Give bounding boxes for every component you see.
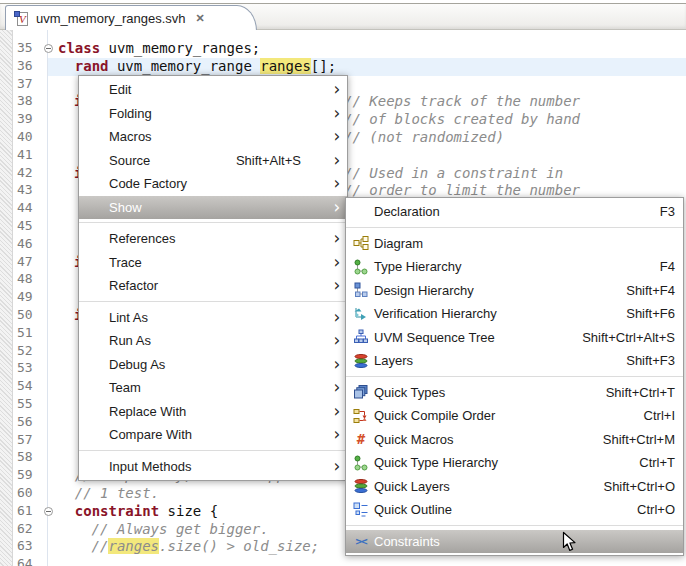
keyword: rand (75, 58, 109, 74)
line-number: 53 (17, 360, 45, 378)
menu-item-label: Design Hierarchy (374, 283, 474, 298)
menu-item-macros[interactable]: Macros› (79, 125, 347, 149)
quick-outline-icon (353, 502, 369, 518)
submenu-item-type-hierarchy[interactable]: Type HierarchyF4 (346, 255, 683, 279)
line-number: 39 (17, 111, 45, 129)
menu-item-debug-as[interactable]: Debug As› (79, 353, 347, 377)
gutter-divider (47, 30, 48, 566)
code-text: []; (311, 58, 336, 74)
submenu-arrow-icon: › (327, 152, 347, 169)
menu-item-edit[interactable]: Edit› (79, 78, 347, 102)
submenu-item-quick-compile-order[interactable]: Quick Compile OrderCtrl+I (346, 404, 683, 428)
menu-item-references[interactable]: References› (79, 227, 347, 251)
menu-item-replace-with[interactable]: Replace With› (79, 400, 347, 424)
menu-item-accelerator: Shift+Ctrl+M (603, 432, 675, 447)
menu-item-accelerator: Shift+F4 (626, 283, 675, 298)
menu-item-compare-with[interactable]: Compare With› (79, 423, 347, 447)
submenu-arrow-icon: › (327, 199, 347, 216)
submenu-arrow-icon: › (327, 332, 347, 349)
line-number: 51 (17, 325, 45, 343)
menu-item-label: References (109, 231, 175, 246)
menu-item-label: Quick Type Hierarchy (374, 455, 498, 470)
comment-line-39[interactable]: // of blocks created by hand (344, 111, 580, 129)
menu-item-label: Source (109, 153, 150, 168)
menu-item-label: Layers (374, 353, 413, 368)
menu-item-source[interactable]: SourceShift+Alt+S› (79, 149, 347, 173)
line-number: 55 (17, 396, 45, 414)
comment-line-40[interactable]: // (not randomized) (344, 129, 504, 147)
context-menu: Edit› Folding› Macros› SourceShift+Alt+S… (78, 75, 348, 481)
verification-hierarchy-icon (353, 306, 369, 322)
menu-item-label: Quick Outline (374, 502, 452, 517)
keyword: constraint (75, 503, 159, 519)
code-line-36[interactable]: rand uvm_memory_range ranges[]; (58, 58, 336, 76)
code-line-63[interactable]: //ranges.size() > old_size; (58, 538, 319, 556)
submenu-arrow-icon: › (327, 81, 347, 98)
menu-item-label: Trace (109, 255, 142, 270)
submenu-item-diagram[interactable]: Diagram (346, 232, 683, 256)
uvm-sequence-tree-icon (353, 329, 369, 345)
line-number: 57 (17, 432, 45, 450)
code-line-60[interactable]: // 1 test. (58, 485, 159, 503)
submenu-item-declaration[interactable]: DeclarationF3 (346, 200, 683, 224)
code-line-35[interactable]: class uvm_memory_ranges; (58, 40, 260, 58)
submenu-item-quick-layers[interactable]: Quick LayersShift+Ctrl+O (346, 475, 683, 499)
submenu-item-verification-hierarchy[interactable]: Verification HierarchyShift+F6 (346, 302, 683, 326)
menu-item-label: Compare With (109, 427, 192, 442)
editor-tab-bar: V uvm_memory_ranges.svh ✕ (0, 0, 686, 30)
editor-tab[interactable]: V uvm_memory_ranges.svh ✕ (5, 5, 257, 31)
line-number: 48 (17, 271, 45, 289)
menu-item-run-as[interactable]: Run As› (79, 329, 347, 353)
code-line-61[interactable]: constraint size { (58, 503, 218, 521)
submenu-arrow-icon: › (327, 426, 347, 443)
fold-marker[interactable] (44, 44, 53, 53)
comment-line-38[interactable]: // Keeps track of the number (344, 93, 580, 111)
menu-item-refactor[interactable]: Refactor› (79, 274, 347, 298)
keyword: class (58, 40, 100, 56)
code-text: size { (159, 503, 218, 519)
line-number: 38 (17, 93, 45, 111)
menu-item-accelerator: Ctrl+O (637, 502, 675, 517)
design-hierarchy-icon (353, 282, 369, 298)
submenu-item-quick-macros[interactable]: # Quick MacrosShift+Ctrl+M (346, 428, 683, 452)
menu-item-code-factory[interactable]: Code Factory› (79, 172, 347, 196)
code-line-62[interactable]: // Always get bigger. (58, 521, 269, 539)
menu-item-trace[interactable]: Trace› (79, 251, 347, 275)
menu-item-show[interactable]: Show› (79, 196, 347, 220)
line-number: 63 (17, 538, 45, 556)
menu-item-team[interactable]: Team› (79, 376, 347, 400)
submenu-item-uvm-sequence-tree[interactable]: UVM Sequence TreeShift+Ctrl+Alt+S (346, 326, 683, 350)
menu-item-label: Diagram (374, 236, 423, 251)
submenu-item-design-hierarchy[interactable]: Design HierarchyShift+F4 (346, 279, 683, 303)
submenu-arrow-icon: › (327, 356, 347, 373)
submenu-item-constraints[interactable]: >< Constraints (346, 530, 683, 554)
menu-item-label: Debug As (109, 357, 165, 372)
line-number: 60 (17, 485, 45, 503)
comment-text: .size() > old_size; (159, 538, 319, 554)
submenu-item-quick-type-hierarchy[interactable]: Quick Type HierarchyCtrl+T (346, 451, 683, 475)
submenu-item-quick-types[interactable]: Quick TypesShift+Ctrl+T (346, 381, 683, 405)
comment-line-42[interactable]: // Used in a constraint in (344, 165, 563, 183)
menu-item-folding[interactable]: Folding› (79, 102, 347, 126)
menu-separator (79, 301, 347, 302)
diagram-icon (353, 235, 369, 251)
menu-item-label: Macros (109, 129, 152, 144)
menu-item-label: Quick Layers (374, 479, 450, 494)
type-hierarchy-icon (353, 259, 369, 275)
systemverilog-file-icon: V (14, 11, 30, 27)
occurrence-highlight: ranges (260, 58, 311, 74)
menu-item-label: Replace With (109, 404, 186, 419)
menu-item-lint-as[interactable]: Lint As› (79, 306, 347, 330)
layers-icon (353, 353, 369, 369)
mouse-cursor (562, 531, 578, 557)
line-number: 40 (17, 129, 45, 147)
tab-close-icon[interactable]: ✕ (194, 12, 207, 25)
submenu-item-quick-outline[interactable]: Quick OutlineCtrl+O (346, 498, 683, 522)
fold-marker[interactable] (44, 507, 53, 516)
line-number: 50 (17, 307, 45, 325)
submenu-item-layers[interactable]: LayersShift+F3 (346, 349, 683, 373)
menu-item-label: Quick Types (374, 385, 445, 400)
constraints-icon: >< (353, 533, 369, 549)
line-number: 47 (17, 254, 45, 272)
menu-item-input-methods[interactable]: Input Methods› (79, 455, 347, 479)
